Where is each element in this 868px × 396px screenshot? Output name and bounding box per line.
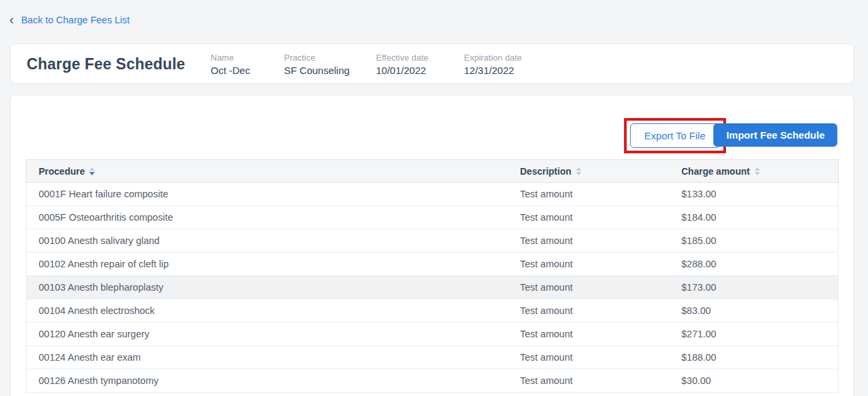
header-field-name: NameOct -Dec — [211, 52, 284, 75]
table-row[interactable]: 00103 Anesth blepharoplastyTest amount$1… — [27, 276, 838, 299]
description-cell: Test amount — [520, 282, 681, 293]
export-to-file-button[interactable]: Export To File — [630, 123, 720, 148]
back-link[interactable]: ‹ Back to Charge Fees List — [9, 15, 129, 25]
chevron-left-icon: ‹ — [9, 14, 14, 25]
field-value: 10/01/2022 — [376, 64, 464, 75]
description-cell: Test amount — [520, 352, 681, 363]
procedure-cell: 0005F Osteoarthritis composite — [27, 212, 520, 223]
annotation-highlight-box: Export To File — [624, 118, 726, 153]
column-label: Procedure — [39, 166, 85, 177]
header-field-expiration-date: Expiration date12/31/2022 — [464, 52, 522, 75]
column-header-procedure[interactable]: Procedure — [27, 160, 520, 182]
charge-fee-schedule-page: ‹ Back to Charge Fees List Charge Fee Sc… — [0, 0, 868, 396]
sort-down-arrow-icon — [89, 172, 95, 175]
description-cell: Test amount — [520, 305, 681, 316]
field-label: Expiration date — [464, 52, 522, 62]
import-fee-schedule-button[interactable]: Import Fee Schedule — [713, 123, 837, 147]
column-header-description[interactable]: Description — [520, 160, 681, 182]
charge-amount-cell: $185.00 — [681, 235, 838, 246]
procedure-cell: 00100 Anesth salivary gland — [27, 235, 520, 246]
sort-up-arrow-icon — [89, 167, 95, 171]
sort-icon — [755, 167, 760, 175]
procedure-cell: 00104 Anesth electroshock — [27, 305, 520, 316]
sort-down-arrow-icon — [576, 172, 581, 175]
table-row[interactable]: 0001F Heart failure compositeTest amount… — [27, 183, 838, 206]
charge-amount-cell: $133.00 — [681, 189, 838, 199]
table-row[interactable]: 00120 Anesth ear surgeryTest amount$271.… — [27, 323, 838, 346]
field-label: Effective date — [376, 52, 464, 62]
field-label: Name — [211, 52, 284, 62]
procedure-cell: 00102 Anesth repair of cleft lip — [27, 259, 520, 269]
table-header-row: ProcedureDescriptionCharge amount — [26, 159, 839, 183]
description-cell: Test amount — [520, 189, 681, 199]
back-link-label: Back to Charge Fees List — [21, 15, 130, 25]
charge-amount-cell: $83.00 — [681, 305, 838, 316]
table-body: 0001F Heart failure compositeTest amount… — [26, 183, 839, 393]
description-cell: Test amount — [520, 235, 681, 246]
description-cell: Test amount — [520, 212, 681, 223]
column-label: Description — [520, 166, 571, 177]
sort-down-arrow-icon — [755, 172, 760, 175]
table-row[interactable]: 00104 Anesth electroshockTest amount$83.… — [27, 299, 838, 323]
header-meta: NameOct -DecPracticeSF CounselingEffecti… — [211, 52, 522, 75]
procedure-cell: 00126 Anesth tympanotomy — [27, 375, 520, 386]
field-value: 12/31/2022 — [464, 64, 522, 75]
charge-amount-cell: $188.00 — [681, 352, 838, 363]
field-value: Oct -Dec — [211, 64, 284, 75]
sort-icon — [576, 167, 581, 175]
procedure-cell: 00103 Anesth blepharoplasty — [27, 282, 520, 293]
description-cell: Test amount — [520, 259, 681, 269]
field-label: Practice — [284, 52, 376, 62]
charge-amount-cell: $271.00 — [681, 329, 838, 339]
procedure-cell: 0001F Heart failure composite — [27, 189, 520, 199]
main-card: Export To File Import Fee Schedule Proce… — [10, 95, 854, 396]
header-field-practice: PracticeSF Counseling — [284, 52, 376, 75]
procedure-cell: 00120 Anesth ear surgery — [27, 329, 520, 339]
procedure-cell: 00124 Anesth ear exam — [27, 352, 520, 363]
sort-icon — [89, 167, 95, 175]
column-label: Charge amount — [681, 166, 750, 177]
field-value: SF Counseling — [284, 64, 376, 75]
description-cell: Test amount — [520, 375, 681, 386]
table-row[interactable]: 00126 Anesth tympanotomyTest amount$30.0… — [27, 369, 838, 393]
column-header-charge-amount[interactable]: Charge amount — [681, 160, 838, 182]
sort-up-arrow-icon — [576, 167, 581, 171]
fee-schedule-table: ProcedureDescriptionCharge amount 0001F … — [26, 159, 839, 393]
table-row[interactable]: 00100 Anesth salivary glandTest amount$1… — [27, 229, 838, 253]
table-row[interactable]: 00102 Anesth repair of cleft lipTest amo… — [27, 253, 838, 276]
page-title: Charge Fee Schedule — [27, 55, 185, 73]
description-cell: Test amount — [520, 329, 681, 339]
header-field-effective-date: Effective date10/01/2022 — [376, 52, 464, 75]
table-row[interactable]: 00124 Anesth ear examTest amount$188.00 — [27, 346, 838, 369]
table-row[interactable]: 0005F Osteoarthritis compositeTest amoun… — [27, 206, 838, 229]
charge-amount-cell: $173.00 — [681, 282, 838, 293]
header-card: Charge Fee Schedule NameOct -DecPractice… — [10, 43, 854, 84]
charge-amount-cell: $30.00 — [681, 375, 838, 386]
sort-up-arrow-icon — [755, 167, 760, 171]
charge-amount-cell: $288.00 — [681, 259, 838, 269]
charge-amount-cell: $184.00 — [681, 212, 838, 223]
